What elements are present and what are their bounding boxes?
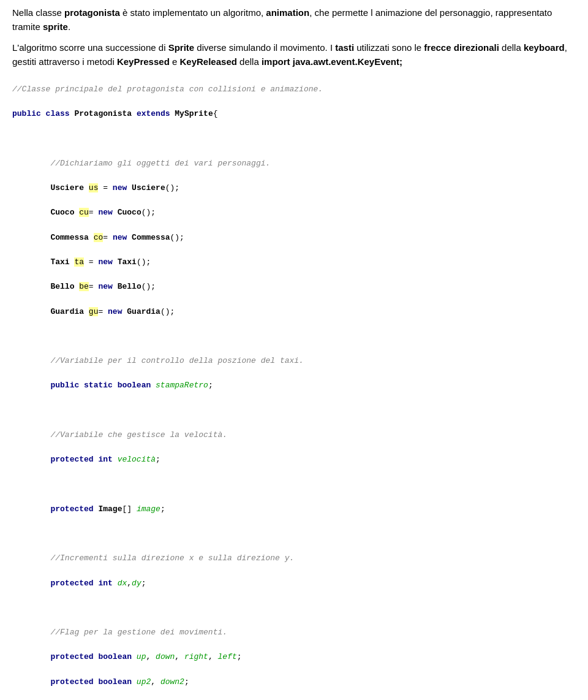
code-content: //Classe principale del protagonista con… [12, 83, 576, 700]
code-block: //Classe principale del protagonista con… [12, 76, 576, 700]
paragraph-1: Nella classe protagonista è stato implem… [12, 6, 576, 34]
intro-section: Nella classe protagonista è stato implem… [12, 6, 576, 69]
paragraph-2: L'algoritmo scorre una successione di Sp… [12, 41, 576, 69]
